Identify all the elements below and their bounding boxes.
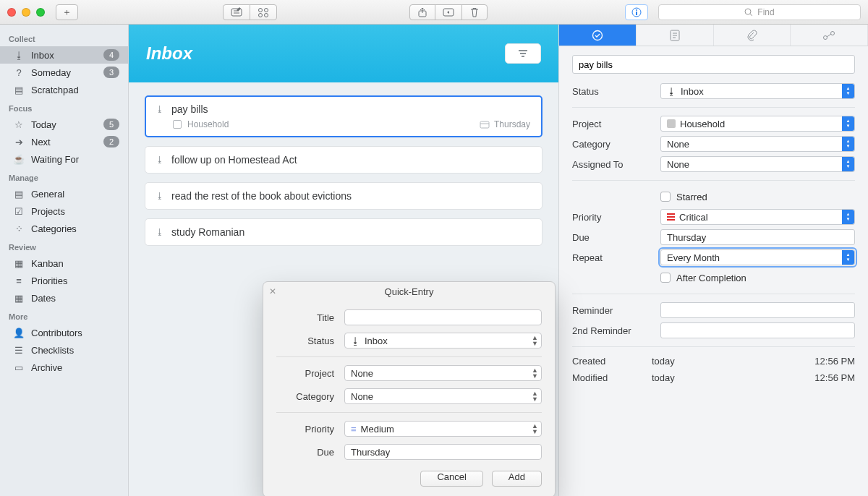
field-reminder[interactable] (660, 302, 855, 318)
inspector-panel: Status ⭳Inbox Project Household Category… (559, 25, 868, 496)
qe-cancel-button[interactable]: Cancel (420, 471, 482, 487)
sidebar-item-next[interactable]: ➔Next2 (0, 133, 128, 150)
checklists-icon: ☰ (13, 344, 25, 356)
dialog-title: Quick-Entry (263, 282, 555, 304)
field-label-due: Due (572, 232, 652, 243)
qe-title-input[interactable] (344, 309, 542, 325)
field-priority[interactable]: Critical (660, 209, 855, 225)
task-row[interactable]: ⭳ pay bills Household Thursday (145, 95, 542, 137)
task-title: study Romanian (171, 226, 244, 238)
minimize-window-button[interactable] (22, 8, 30, 17)
qe-status-label: Status (276, 335, 334, 346)
sidebar-item-priorities[interactable]: ≡Priorities (0, 272, 128, 289)
toolbar-info-button[interactable] (625, 4, 648, 20)
close-window-button[interactable] (7, 8, 16, 17)
four-circles-icon (258, 7, 269, 17)
list-header: Inbox (129, 25, 558, 82)
svg-rect-0 (231, 9, 242, 16)
task-row[interactable]: ⭳study Romanian (145, 218, 542, 246)
sidebar-item-today[interactable]: ☆Today5 (0, 116, 128, 133)
inspector-title-input[interactable] (572, 55, 855, 74)
task-row[interactable]: ⭳read the rest of the book about evictio… (145, 182, 542, 210)
sidebar-item-kanban[interactable]: ▦Kanban (0, 255, 128, 272)
field-category[interactable]: None (660, 136, 855, 152)
svg-rect-9 (636, 12, 637, 15)
sidebar-item-scratchpad[interactable]: ▤Scratchpad (0, 81, 128, 98)
field-label-status: Status (572, 86, 652, 97)
search-placeholder: Find (757, 7, 774, 17)
sidebar-header-collect: Collect (0, 29, 128, 46)
field-status[interactable]: ⭳Inbox (660, 83, 855, 99)
contributors-icon: 👤 (13, 327, 25, 338)
sidebar-item-dates[interactable]: ▦Dates (0, 289, 128, 307)
next-icon: ➔ (13, 136, 25, 147)
scratchpad-icon: ▤ (13, 84, 25, 95)
qe-due-input[interactable] (344, 444, 542, 460)
inbox-glyph-icon: ⭳ (156, 227, 164, 237)
inspector-tab-links[interactable] (791, 25, 868, 46)
checkbox-icon (660, 273, 671, 283)
general-icon: ▤ (13, 188, 25, 200)
inspector-tab-attachments[interactable] (714, 25, 791, 46)
field-assigned-to[interactable]: None (660, 156, 855, 172)
task-row[interactable]: ⭳follow up on Homestead Act (145, 146, 542, 174)
sidebar-item-projects[interactable]: ☑Projects (0, 202, 128, 220)
qe-priority-select[interactable]: ≡Medium▲▼ (344, 421, 542, 437)
field-reminder2[interactable] (660, 322, 855, 338)
field-project[interactable]: Household (660, 116, 855, 132)
priorities-icon: ≡ (13, 275, 25, 286)
field-due[interactable]: Thursday (660, 229, 855, 245)
sidebar-item-waiting[interactable]: ☕Waiting For (0, 150, 128, 168)
inbox-glyph-icon: ⭳ (156, 155, 164, 165)
sidebar-item-archive[interactable]: ▭Archive (0, 359, 128, 376)
svg-rect-11 (480, 121, 489, 128)
svg-point-2 (265, 8, 268, 12)
critical-bars-icon (667, 213, 675, 221)
inspector-tab-details[interactable] (559, 25, 637, 46)
field-label-category: Category (572, 139, 652, 150)
qe-project-select[interactable]: None▲▼ (344, 365, 542, 381)
sidebar-item-general[interactable]: ▤General (0, 185, 128, 202)
qe-status-select[interactable]: ⭳Inbox▲▼ (344, 333, 542, 349)
toolbar-share-button[interactable] (409, 4, 435, 20)
task-title: follow up on Homestead Act (171, 154, 297, 166)
dialog-close-button[interactable]: ✕ (269, 286, 276, 296)
sidebar-item-contributors[interactable]: 👤Contributors (0, 324, 128, 341)
field-repeat[interactable]: Every Month (660, 249, 855, 265)
sidebar-item-categories[interactable]: ⁘Categories (0, 220, 128, 237)
field-starred[interactable]: Starred (660, 192, 855, 202)
project-swatch-icon (667, 119, 676, 128)
toolbar-categories-button[interactable] (250, 4, 277, 20)
qe-category-label: Category (276, 391, 334, 402)
toolbar-plus-button[interactable]: ＋ (56, 4, 78, 20)
qe-add-button[interactable]: Add (492, 471, 542, 487)
field-label-reminder: Reminder (572, 305, 652, 316)
zoom-window-button[interactable] (36, 8, 45, 17)
inspector-tab-notes[interactable] (637, 25, 714, 46)
toolbar-archive-button[interactable] (435, 4, 462, 20)
check-circle-icon (592, 30, 603, 41)
toolbar-quickentry-button[interactable] (223, 4, 250, 20)
filter-lines-icon (517, 48, 529, 59)
note-icon (670, 30, 680, 41)
task-title: pay bills (171, 103, 208, 115)
svg-point-15 (831, 31, 835, 35)
task-title: read the rest of the book about eviction… (171, 190, 352, 202)
projects-icon: ☑ (13, 205, 25, 217)
toolbar-delete-button[interactable] (461, 4, 488, 20)
toolbar-search-field[interactable]: Find (658, 4, 861, 20)
trash-icon (469, 7, 480, 17)
list-filter-button[interactable] (505, 43, 541, 64)
quick-entry-dialog: ✕ Quick-Entry Title Status ⭳Inbox▲▼ Proj… (263, 281, 556, 496)
dates-icon: ▦ (13, 292, 25, 304)
label-modified: Modified (572, 372, 652, 383)
project-checkbox-icon (173, 120, 182, 129)
qe-category-select[interactable]: None▲▼ (344, 388, 542, 404)
inbox-icon: ⭳ (13, 49, 25, 61)
search-icon (744, 8, 753, 17)
sidebar-item-checklists[interactable]: ☰Checklists (0, 341, 128, 359)
task-project: Household (187, 119, 229, 129)
sidebar-item-someday[interactable]: ?Someday3 (0, 64, 128, 81)
field-after-completion[interactable]: After Completion (660, 273, 855, 283)
sidebar-item-inbox[interactable]: ⭳Inbox4 (0, 46, 128, 64)
